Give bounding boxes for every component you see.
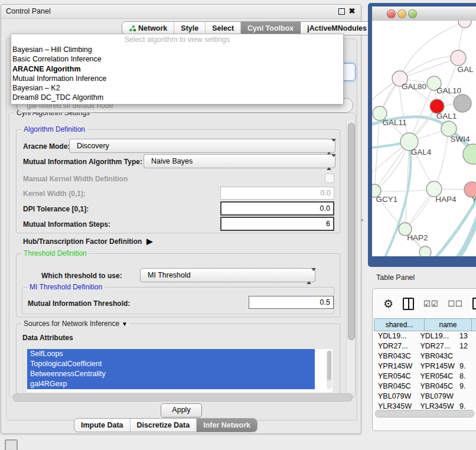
mi-threshold-label: Mutual Information Threshold: (28, 299, 130, 308)
data-attributes-list[interactable]: SelfLoopsTopologicalCoefficientBetweenne… (27, 349, 332, 392)
mac-minimize-icon[interactable] (397, 9, 406, 18)
data-attribute-item[interactable]: gal4RGexp (27, 379, 315, 389)
data-attribute-item[interactable]: BetweennessCentrality (27, 369, 315, 379)
close-window-button[interactable]: ✖ (348, 7, 356, 15)
threshold-definition-title: Threshold Definition (21, 249, 89, 257)
table-column-header[interactable]: shared... (374, 318, 425, 331)
tab-label: Cyni Toolbox (247, 24, 294, 32)
network-node[interactable] (454, 94, 471, 112)
algorithm-option[interactable]: Basic Correlation Inference (11, 54, 343, 64)
control-panel-titlebar[interactable]: Control Panel ✖ (1, 5, 361, 19)
table-row[interactable]: YBR045CYBR045C9. (374, 381, 475, 392)
network-node-swi4[interactable] (463, 144, 476, 164)
table-row[interactable]: YER054CYER054C8. (374, 371, 475, 381)
data-attribute-item[interactable]: SelfLoops (27, 349, 315, 359)
settings-horizontal-scrollbar[interactable] (13, 393, 353, 402)
page-icon[interactable] (472, 298, 476, 309)
aracne-mode-label: Aracne Mode: (23, 142, 70, 151)
mac-close-icon[interactable] (387, 9, 396, 18)
network-node-label: SWI4 (450, 135, 470, 144)
mi-threshold-field[interactable] (249, 296, 334, 309)
mi-algorithm-type-combo[interactable]: Naive Bayes (144, 154, 335, 168)
table-cell: YDR27... (374, 341, 416, 351)
table-row[interactable]: YBR043CYBR043C (374, 351, 475, 361)
panel-splitter-handle[interactable]: ◂ (360, 217, 363, 223)
minimized-panel-icon[interactable] (5, 439, 18, 450)
float-window-button[interactable] (337, 7, 345, 15)
tab-label: Network (138, 24, 167, 32)
manual-kernel-width-checkbox[interactable] (325, 174, 334, 183)
columns-icon[interactable] (403, 298, 414, 310)
table-cell: 8. (455, 371, 475, 381)
table-cell (455, 351, 475, 361)
list-vertical-scrollbar[interactable] (327, 350, 332, 389)
table-row[interactable]: YDL19...YDL19...13 (374, 331, 475, 341)
network-canvas[interactable]: GALGAL80GAL10GAL1GAL11SWI4GAL4GCY1HAP4YH… (372, 21, 476, 256)
tab-network[interactable]: Network (122, 22, 174, 35)
kernel-width-field[interactable] (220, 187, 334, 200)
apply-button[interactable]: Apply (161, 403, 202, 418)
dpi-tolerance-field[interactable] (220, 201, 334, 216)
table-cell: YBL079W (374, 392, 416, 402)
network-icon (129, 25, 136, 32)
table-header-row: shared...name (374, 318, 476, 331)
table-row[interactable]: YBL079WYBL079W (374, 392, 475, 402)
float-icon (338, 8, 345, 15)
table-rows: YDL19...YDL19...13YDR27...YDR27...12YBR0… (374, 331, 475, 409)
gear-icon[interactable]: ⚙ (383, 298, 393, 309)
network-graph[interactable]: GALGAL80GAL10GAL1GAL11SWI4GAL4GCY1HAP4YH… (372, 21, 476, 256)
algorithm-option[interactable]: Mutual Information Inference (11, 74, 343, 83)
which-threshold-value: MI Threshold (148, 269, 191, 282)
list-scrollbar-thumb[interactable] (327, 351, 331, 380)
network-node[interactable] (419, 246, 431, 256)
network-view-titlebar[interactable] (372, 6, 476, 21)
mac-zoom-icon[interactable] (408, 9, 417, 18)
kernel-width-label: Kernel Width (0,1): (23, 190, 86, 198)
table-cell: YPR145W (416, 361, 455, 371)
settings-vertical-scrollbar[interactable] (346, 120, 354, 392)
tab-select[interactable]: Select (206, 22, 241, 35)
deselect-all-checkboxes-icon[interactable]: ☐☐ (448, 299, 462, 308)
mi-steps-field[interactable] (220, 217, 334, 231)
algorithm-dropdown-popup: Select algorithm to view settings Bayesi… (11, 34, 344, 105)
algorithm-option[interactable]: Dream8 DC_TDC Algorithm (11, 93, 343, 102)
dpi-tolerance-label: DPI Tolerance [0,1]: (23, 205, 89, 213)
network-edge (374, 189, 434, 191)
network-node[interactable] (458, 21, 471, 28)
network-view-window: GALGAL80GAL10GAL1GAL11SWI4GAL4GCY1HAP4YH… (368, 3, 476, 267)
aracne-mode-combo[interactable]: Discovery (69, 139, 335, 153)
table-row[interactable]: YLR345WYLR345W9. (374, 402, 475, 409)
bottom-tab-impute-data[interactable]: Impute Data (74, 419, 131, 432)
algorithm-option[interactable]: Bayesian – Hill Climbing (11, 45, 343, 54)
table-cell: 13 (455, 331, 475, 341)
mi-algorithm-type-label: Mutual Information Algorithm Type: (23, 158, 142, 166)
which-threshold-combo[interactable]: MI Threshold (140, 268, 315, 282)
table-column-header[interactable] (472, 318, 476, 331)
table-cell: YBR045C (374, 381, 416, 392)
network-node-gal[interactable] (451, 50, 466, 66)
bottom-tab-infer-network[interactable]: Infer Network (197, 419, 257, 432)
select-all-checkboxes-icon[interactable]: ☑☑ (423, 299, 438, 308)
table-row[interactable]: YDR27...YDR27...12 (374, 341, 475, 351)
table-horizontal-scrollbar[interactable] (375, 410, 474, 418)
tab-style[interactable]: Style (174, 22, 206, 35)
table-column-header[interactable]: name (425, 318, 472, 331)
aracne-mode-value: Discovery (77, 139, 109, 152)
network-node-label: HAP4 (435, 195, 457, 204)
tab-jactivemnodules[interactable]: jActiveMNodules (301, 22, 373, 35)
table-row[interactable]: YPR145WYPR145W9. (374, 361, 475, 371)
tab-cyni-toolbox[interactable]: Cyni Toolbox (241, 22, 301, 35)
table-cell: YER054C (416, 371, 455, 381)
table-panel: ⚙ ☑☑ ☐☐ shared...name YDL19...YDL19...13… (372, 288, 476, 431)
algorithm-option[interactable]: ARACNE Algorithm (11, 64, 343, 74)
network-edge (400, 58, 458, 79)
table-cell: 9. (455, 361, 475, 371)
data-attribute-item[interactable]: TopologicalCoefficient (27, 359, 315, 369)
hub-definition-toggle[interactable]: Hub/Transcription Factor Definition▶ (23, 237, 152, 246)
bottom-tab-discretize-data[interactable]: Discretize Data (131, 419, 197, 432)
network-node-label: Y (471, 195, 476, 204)
table-cell: YER054C (374, 371, 416, 381)
algorithm-option[interactable]: Bayesian – K2 (11, 83, 343, 93)
settings-scrollbar-thumb[interactable] (348, 123, 355, 340)
network-node-label: GAL (457, 65, 474, 74)
